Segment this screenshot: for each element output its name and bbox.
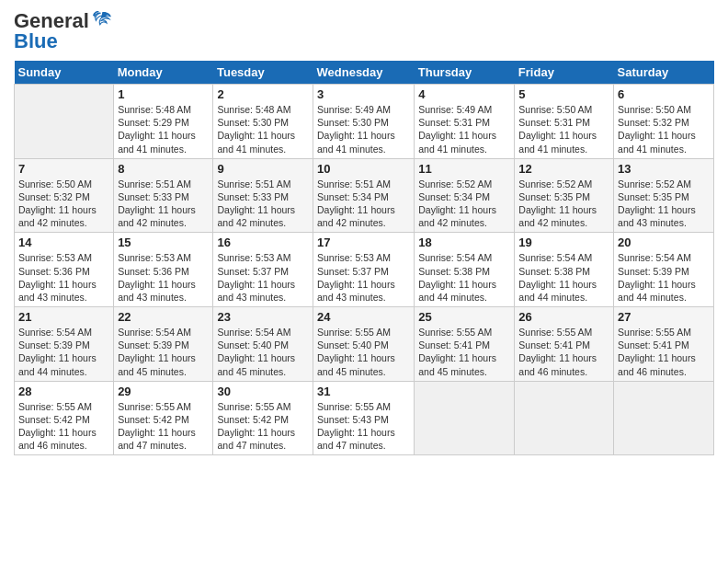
logo-blue-text: Blue: [14, 29, 58, 53]
day-number: 14: [18, 236, 109, 249]
day-number: 18: [418, 236, 510, 249]
day-info: Sunrise: 5:54 AM Sunset: 5:40 PM Dayligh…: [217, 326, 309, 378]
day-number: 8: [118, 162, 209, 176]
day-number: 29: [118, 385, 209, 398]
calendar-cell: 31Sunrise: 5:55 AM Sunset: 5:43 PM Dayli…: [313, 381, 415, 455]
day-info: Sunrise: 5:50 AM Sunset: 5:31 PM Dayligh…: [518, 103, 609, 155]
calendar-cell: 6Sunrise: 5:50 AM Sunset: 5:32 PM Daylig…: [614, 85, 714, 159]
day-number: 7: [18, 162, 109, 176]
day-number: 23: [217, 310, 309, 324]
day-number: 2: [217, 87, 309, 101]
calendar-week-0: 1Sunrise: 5:48 AM Sunset: 5:29 PM Daylig…: [15, 85, 714, 159]
day-info: Sunrise: 5:54 AM Sunset: 5:39 PM Dayligh…: [618, 251, 710, 304]
calendar-cell: 26Sunrise: 5:55 AM Sunset: 5:41 PM Dayli…: [515, 307, 614, 382]
header-wednesday: Wednesday: [313, 61, 415, 85]
day-info: Sunrise: 5:50 AM Sunset: 5:32 PM Dayligh…: [18, 178, 109, 230]
day-number: 30: [217, 385, 309, 398]
day-info: Sunrise: 5:49 AM Sunset: 5:30 PM Dayligh…: [317, 103, 410, 155]
day-number: 22: [118, 310, 209, 324]
calendar-cell: [515, 381, 614, 455]
day-info: Sunrise: 5:51 AM Sunset: 5:34 PM Dayligh…: [317, 178, 410, 230]
day-number: 25: [418, 310, 510, 324]
day-info: Sunrise: 5:50 AM Sunset: 5:32 PM Dayligh…: [618, 103, 710, 155]
day-number: 12: [518, 162, 609, 176]
calendar-cell: [15, 85, 114, 159]
calendar-cell: 2Sunrise: 5:48 AM Sunset: 5:30 PM Daylig…: [213, 85, 313, 159]
calendar-cell: 18Sunrise: 5:54 AM Sunset: 5:38 PM Dayli…: [415, 233, 515, 307]
day-number: 26: [518, 310, 609, 324]
day-number: 11: [418, 162, 510, 176]
calendar-cell: 7Sunrise: 5:50 AM Sunset: 5:32 PM Daylig…: [15, 158, 114, 233]
calendar-cell: 14Sunrise: 5:53 AM Sunset: 5:36 PM Dayli…: [15, 233, 114, 307]
day-number: 24: [317, 310, 410, 324]
day-number: 5: [518, 87, 609, 101]
calendar-cell: 30Sunrise: 5:55 AM Sunset: 5:42 PM Dayli…: [213, 381, 313, 455]
day-info: Sunrise: 5:55 AM Sunset: 5:40 PM Dayligh…: [317, 326, 410, 378]
day-info: Sunrise: 5:53 AM Sunset: 5:37 PM Dayligh…: [317, 251, 410, 304]
calendar-cell: [415, 381, 515, 455]
calendar-cell: 29Sunrise: 5:55 AM Sunset: 5:42 PM Dayli…: [114, 381, 213, 455]
calendar-cell: 22Sunrise: 5:54 AM Sunset: 5:39 PM Dayli…: [114, 307, 213, 382]
logo-bird-icon: [92, 11, 112, 31]
day-number: 10: [317, 162, 410, 176]
calendar-table: SundayMondayTuesdayWednesdayThursdayFrid…: [14, 61, 714, 455]
logo: General Blue: [14, 9, 112, 53]
day-info: Sunrise: 5:55 AM Sunset: 5:43 PM Dayligh…: [317, 400, 410, 453]
day-info: Sunrise: 5:52 AM Sunset: 5:35 PM Dayligh…: [518, 178, 609, 230]
calendar-cell: 8Sunrise: 5:51 AM Sunset: 5:33 PM Daylig…: [114, 158, 213, 233]
day-number: 4: [418, 87, 510, 101]
day-number: 3: [317, 87, 410, 101]
calendar-cell: 10Sunrise: 5:51 AM Sunset: 5:34 PM Dayli…: [313, 158, 415, 233]
header-thursday: Thursday: [415, 61, 515, 85]
day-number: 20: [618, 236, 710, 249]
day-info: Sunrise: 5:55 AM Sunset: 5:41 PM Dayligh…: [518, 326, 609, 378]
day-number: 28: [18, 385, 109, 398]
day-number: 13: [618, 162, 710, 176]
day-info: Sunrise: 5:52 AM Sunset: 5:34 PM Dayligh…: [418, 178, 510, 230]
day-info: Sunrise: 5:48 AM Sunset: 5:30 PM Dayligh…: [217, 103, 309, 155]
day-info: Sunrise: 5:54 AM Sunset: 5:39 PM Dayligh…: [118, 326, 209, 378]
day-number: 6: [618, 87, 710, 101]
calendar-week-4: 28Sunrise: 5:55 AM Sunset: 5:42 PM Dayli…: [15, 381, 714, 455]
day-number: 1: [118, 87, 209, 101]
day-number: 15: [118, 236, 209, 249]
calendar-cell: 16Sunrise: 5:53 AM Sunset: 5:37 PM Dayli…: [213, 233, 313, 307]
header-saturday: Saturday: [614, 61, 714, 85]
day-info: Sunrise: 5:53 AM Sunset: 5:37 PM Dayligh…: [217, 251, 309, 304]
calendar-cell: 5Sunrise: 5:50 AM Sunset: 5:31 PM Daylig…: [515, 85, 614, 159]
calendar-cell: 11Sunrise: 5:52 AM Sunset: 5:34 PM Dayli…: [415, 158, 515, 233]
day-info: Sunrise: 5:54 AM Sunset: 5:38 PM Dayligh…: [418, 251, 510, 304]
day-info: Sunrise: 5:48 AM Sunset: 5:29 PM Dayligh…: [118, 103, 209, 155]
calendar-cell: 21Sunrise: 5:54 AM Sunset: 5:39 PM Dayli…: [15, 307, 114, 382]
calendar-cell: 19Sunrise: 5:54 AM Sunset: 5:38 PM Dayli…: [515, 233, 614, 307]
page: General Blue SundayMondayTuesdayWednesda…: [0, 0, 728, 465]
day-info: Sunrise: 5:53 AM Sunset: 5:36 PM Dayligh…: [118, 251, 209, 304]
day-number: 9: [217, 162, 309, 176]
calendar-week-2: 14Sunrise: 5:53 AM Sunset: 5:36 PM Dayli…: [15, 233, 714, 307]
header-friday: Friday: [515, 61, 614, 85]
calendar-cell: 1Sunrise: 5:48 AM Sunset: 5:29 PM Daylig…: [114, 85, 213, 159]
calendar-cell: 4Sunrise: 5:49 AM Sunset: 5:31 PM Daylig…: [415, 85, 515, 159]
calendar-cell: 20Sunrise: 5:54 AM Sunset: 5:39 PM Dayli…: [614, 233, 714, 307]
calendar-cell: 27Sunrise: 5:55 AM Sunset: 5:41 PM Dayli…: [614, 307, 714, 382]
day-number: 27: [618, 310, 710, 324]
day-info: Sunrise: 5:55 AM Sunset: 5:42 PM Dayligh…: [118, 400, 209, 453]
day-number: 19: [518, 236, 609, 249]
header: General Blue: [14, 9, 714, 53]
calendar-cell: 17Sunrise: 5:53 AM Sunset: 5:37 PM Dayli…: [313, 233, 415, 307]
day-info: Sunrise: 5:51 AM Sunset: 5:33 PM Dayligh…: [217, 178, 309, 230]
header-tuesday: Tuesday: [213, 61, 313, 85]
day-info: Sunrise: 5:53 AM Sunset: 5:36 PM Dayligh…: [18, 251, 109, 304]
calendar-cell: 23Sunrise: 5:54 AM Sunset: 5:40 PM Dayli…: [213, 307, 313, 382]
calendar-cell: 15Sunrise: 5:53 AM Sunset: 5:36 PM Dayli…: [114, 233, 213, 307]
calendar-cell: 25Sunrise: 5:55 AM Sunset: 5:41 PM Dayli…: [415, 307, 515, 382]
day-info: Sunrise: 5:55 AM Sunset: 5:42 PM Dayligh…: [18, 400, 109, 453]
calendar-week-3: 21Sunrise: 5:54 AM Sunset: 5:39 PM Dayli…: [15, 307, 714, 382]
calendar-cell: 12Sunrise: 5:52 AM Sunset: 5:35 PM Dayli…: [515, 158, 614, 233]
day-number: 31: [317, 385, 410, 398]
calendar-cell: 24Sunrise: 5:55 AM Sunset: 5:40 PM Dayli…: [313, 307, 415, 382]
day-info: Sunrise: 5:52 AM Sunset: 5:35 PM Dayligh…: [618, 178, 710, 230]
calendar-cell: 3Sunrise: 5:49 AM Sunset: 5:30 PM Daylig…: [313, 85, 415, 159]
calendar-cell: 28Sunrise: 5:55 AM Sunset: 5:42 PM Dayli…: [15, 381, 114, 455]
calendar-cell: 13Sunrise: 5:52 AM Sunset: 5:35 PM Dayli…: [614, 158, 714, 233]
